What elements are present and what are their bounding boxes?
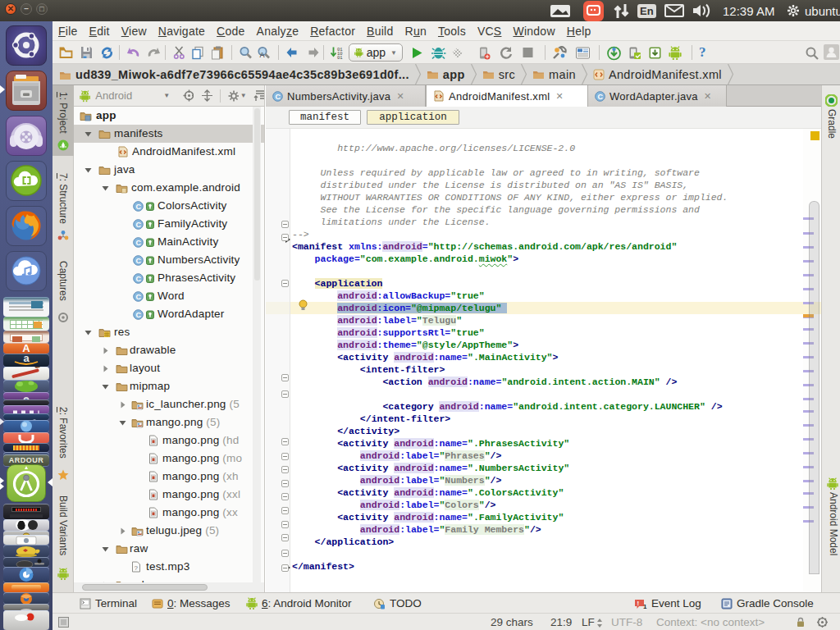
svg-text:C: C bbox=[597, 93, 603, 101]
svg-text:1: 1 bbox=[643, 603, 647, 609]
svg-text:C: C bbox=[135, 221, 141, 229]
svg-text:C: C bbox=[135, 239, 141, 247]
svg-text:C: C bbox=[135, 257, 141, 265]
svg-text:?: ? bbox=[135, 564, 139, 572]
svg-text:C: C bbox=[135, 203, 141, 211]
svg-text:!: ! bbox=[637, 600, 640, 607]
svg-text:C: C bbox=[275, 93, 281, 101]
svg-text:C: C bbox=[135, 293, 141, 301]
svg-text:A: A bbox=[260, 51, 265, 59]
svg-text:C: C bbox=[135, 275, 141, 283]
svg-text:C: C bbox=[135, 311, 141, 319]
svg-text:01: 01 bbox=[337, 55, 343, 61]
